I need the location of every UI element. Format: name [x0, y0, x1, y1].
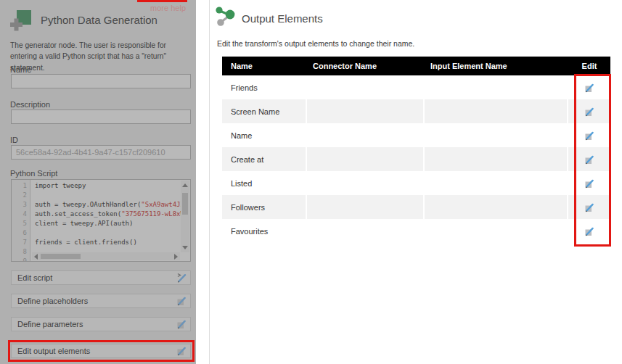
cell-connector-name: [307, 219, 423, 243]
editor-hscrollbar[interactable]: [32, 252, 180, 260]
cell-name: Favourites: [222, 219, 306, 243]
panel-description: The generator node. The user is responsi…: [10, 40, 192, 73]
line-number: 1: [12, 181, 30, 191]
editor-gutter: 123456789: [12, 180, 30, 261]
cell-connector-name: [307, 75, 423, 99]
python-script-editor[interactable]: 123456789 import tweepyauth = tweepy.OAu…: [11, 179, 191, 262]
define-parameters-button[interactable]: Define parameters: [11, 317, 191, 331]
column-header-edit: Edit: [568, 62, 610, 70]
define-placeholders-button[interactable]: Define placeholders: [11, 294, 191, 308]
line-number: 7: [12, 238, 30, 247]
table-row: Favourites: [222, 219, 610, 243]
cell-connector-name: [307, 171, 423, 195]
output-elements-title: Output Elements: [242, 12, 323, 25]
cell-input-element-name: [425, 99, 567, 123]
scroll-right-icon[interactable]: [174, 254, 178, 260]
name-field[interactable]: [11, 74, 191, 88]
line-number: 6: [12, 228, 30, 238]
line-number: 5: [12, 219, 30, 228]
cell-name: Listed: [222, 171, 306, 195]
cell-name: Name: [222, 123, 306, 147]
line-number: 4: [12, 210, 30, 219]
cell-name: Followers: [222, 195, 306, 219]
table-row: Create at: [222, 147, 610, 171]
cell-connector-name: [307, 147, 423, 171]
column-header-name: Name: [222, 62, 306, 70]
code-line: import tweepy: [35, 181, 181, 191]
name-label: Name: [10, 65, 31, 74]
table-row: Friends: [222, 75, 610, 99]
cell-connector-name: [307, 99, 423, 123]
cell-input-element-name: [425, 123, 567, 147]
node-config-panel: more help Python Data Generation The gen…: [0, 0, 196, 364]
code-line: auth.set_access_token("375675119-wL8xWg: [35, 210, 181, 219]
button-label: Define parameters: [17, 320, 176, 328]
hscroll-thumb[interactable]: [41, 254, 81, 259]
edit-icon: [176, 295, 187, 307]
code-line: auth = tweepy.OAuthHandler("SxA9awt4JZM: [35, 200, 181, 210]
annotation-box-edit-column: [574, 74, 611, 247]
edit-script-button[interactable]: Edit script: [11, 270, 191, 285]
table-row: Screen Name: [222, 99, 610, 123]
output-elements-subtitle: Edit the transform's output elements to …: [217, 39, 414, 48]
line-number: 9: [12, 257, 30, 262]
output-elements-panel: Output Elements Edit the transform's out…: [210, 0, 622, 364]
button-label: Define placeholders: [17, 297, 176, 305]
edit-icon: [176, 318, 187, 330]
code-line: [35, 228, 181, 238]
python-script-label: Python Script: [10, 169, 57, 178]
table-header-row: Name Connector Name Input Element Name E…: [222, 57, 610, 75]
column-header-input-element-name: Input Element Name: [425, 62, 567, 70]
cell-input-element-name: [425, 75, 567, 99]
cell-input-element-name: [425, 171, 567, 195]
code-line: friends = client.friends(): [35, 238, 181, 247]
python-node-icon: [10, 9, 32, 31]
column-header-connector-name: Connector Name: [307, 62, 423, 70]
output-elements-table: Name Connector Name Input Element Name E…: [222, 57, 610, 243]
annotation-line-top: [137, 0, 187, 2]
table-row: Listed: [222, 171, 610, 195]
cell-name: Friends: [222, 75, 306, 99]
id-label: ID: [10, 136, 18, 144]
scroll-up-icon[interactable]: [182, 183, 188, 187]
cell-connector-name: [307, 123, 423, 147]
panel-title: Python Data Generation: [41, 14, 157, 26]
description-field[interactable]: [11, 109, 191, 124]
line-number: 8: [12, 247, 30, 257]
python-data-generation-screen: more help Python Data Generation The gen…: [0, 0, 622, 364]
code-line: client = tweepy.API(auth): [35, 219, 181, 228]
id-field[interactable]: [11, 145, 191, 160]
cell-name: Create at: [222, 147, 306, 171]
button-label: Edit script: [17, 273, 176, 282]
scroll-left-icon[interactable]: [34, 254, 38, 260]
line-number: 3: [12, 200, 30, 210]
cell-input-element-name: [425, 195, 567, 219]
cell-input-element-name: [425, 147, 567, 171]
more-help-link[interactable]: more help: [150, 4, 186, 12]
output-elements-icon: [214, 6, 239, 30]
scroll-down-icon[interactable]: [182, 246, 188, 249]
annotation-box-edit-output-elements: [8, 340, 195, 362]
vscroll-thumb[interactable]: [182, 193, 188, 215]
line-number: 2: [12, 191, 30, 200]
editor-code: import tweepyauth = tweepy.OAuthHandler(…: [31, 180, 181, 261]
cell-name: Screen Name: [222, 99, 306, 123]
cell-input-element-name: [425, 219, 567, 243]
cell-connector-name: [307, 195, 423, 219]
description-label: Description: [10, 100, 50, 109]
code-line: [35, 191, 181, 200]
table-row: Name: [222, 123, 610, 147]
script-edit-icon: [176, 272, 187, 284]
editor-vscrollbar[interactable]: [181, 181, 189, 252]
table-row: Followers: [222, 195, 610, 219]
